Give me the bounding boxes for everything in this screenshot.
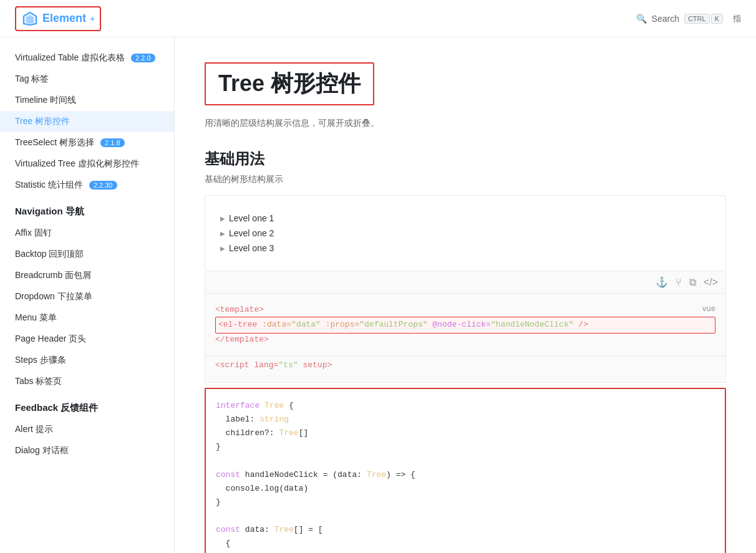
code-interface-line: interface Tree { <box>216 399 715 413</box>
code-children-line: children?: Tree[] <box>216 426 715 440</box>
code-label-line: label: string <box>216 413 715 426</box>
page-description: 用清晰的层级结构展示信息，可展开或折叠。 <box>205 118 726 129</box>
search-label: Search <box>652 14 679 24</box>
tree-arrow-icon-3: ▶ <box>220 245 225 252</box>
logo-text: Element <box>42 12 86 25</box>
header-right: 🔍 Search CTRL K 指 <box>636 13 741 24</box>
sidebar-item-menu[interactable]: Menu 菜单 <box>0 307 174 329</box>
layout: Virtualized Table 虚拟化表格 2.2.0 Tag 标签 Tim… <box>0 37 756 553</box>
sidebar-item-dialog[interactable]: Dialog 对话框 <box>0 440 174 461</box>
sidebar-group-data: Virtualized Table 虚拟化表格 2.2.0 Tag 标签 Tim… <box>0 47 174 196</box>
sidebar-item-tree[interactable]: Tree 树形控件 <box>0 111 174 132</box>
vue-badge: vue <box>702 304 715 315</box>
tree-label-1: Level one 1 <box>229 213 274 223</box>
section-subtitle-basic: 基础的树形结构展示 <box>205 174 726 185</box>
sidebar: Virtualized Table 虚拟化表格 2.2.0 Tag 标签 Tim… <box>0 37 175 553</box>
code-template-open: <template> <box>215 304 715 317</box>
sidebar-item-affix[interactable]: Affix 固钉 <box>0 223 174 244</box>
tree-item-2[interactable]: ▶ Level one 2 <box>220 226 710 241</box>
sidebar-group-navigation: Affix 固钉 Backtop 回到顶部 Breadcrumb 面包屑 Dro… <box>0 223 174 392</box>
sidebar-item-dropdown[interactable]: Dropdown 下拉菜单 <box>0 286 174 307</box>
code-el-tree-line: <el-tree :data="data" :props="defaultPro… <box>215 317 715 334</box>
toolbar-icon-link[interactable]: ⚓ <box>656 276 668 288</box>
sidebar-item-treeselect[interactable]: TreeSelect 树形选择 2.1.8 <box>0 132 174 153</box>
sidebar-group-feedback: Alert 提示 Dialog 对话框 <box>0 419 174 461</box>
page-title: Tree 树形控件 <box>218 69 361 99</box>
element-logo-icon <box>21 10 39 27</box>
sidebar-item-timeline[interactable]: Timeline 时间线 <box>0 90 174 111</box>
code-func-close: } <box>216 496 715 509</box>
search-icon: 🔍 <box>636 14 647 24</box>
logo[interactable]: Element+ <box>15 6 101 31</box>
code-block-script-body: interface Tree { label: string children?… <box>205 388 726 553</box>
sidebar-item-breadcrumb[interactable]: Breadcrumb 面包屑 <box>0 265 174 286</box>
sidebar-item-virtualized-tree[interactable]: Virtualized Tree 虚拟化树形控件 <box>0 153 174 175</box>
sidebar-item-alert[interactable]: Alert 提示 <box>0 419 174 440</box>
tree-label-3: Level one 3 <box>229 243 274 253</box>
toolbar-icon-copy[interactable]: ⧉ <box>689 277 696 288</box>
code-block-script-header: <script lang="ts" setup> <box>205 357 726 383</box>
tree-label-2: Level one 2 <box>229 228 274 238</box>
kbd-k: K <box>711 14 723 24</box>
sidebar-item-tabs[interactable]: Tabs 标签页 <box>0 371 174 392</box>
toolbar-icon-code[interactable]: </> <box>704 277 718 288</box>
sidebar-item-pageheader[interactable]: Page Header 页头 <box>0 329 174 350</box>
code-label-value: label: 'Level one 1', <box>216 551 715 553</box>
kbd-ctrl: CTRL <box>684 14 710 24</box>
header: Element+ 🔍 Search CTRL K 指 <box>0 0 756 37</box>
code-el-tree-highlight: <el-tree :data="data" :props="defaultPro… <box>215 317 715 334</box>
code-toolbar: ⚓ ⑂ ⧉ </> <box>205 271 726 294</box>
sidebar-section-navigation: Navigation 导航 <box>0 196 174 223</box>
code-handleclick-line: const handleNodeClick = (data: Tree) => … <box>216 468 715 482</box>
code-arr-open: { <box>216 537 715 551</box>
sidebar-item-backtop[interactable]: Backtop 回到顶部 <box>0 244 174 265</box>
logo-plus: + <box>90 14 95 24</box>
code-console-line: console.log(data) <box>216 482 715 496</box>
code-blank1 <box>216 454 715 468</box>
sidebar-section-feedback: Feedback 反馈组件 <box>0 392 174 419</box>
tree-item-3[interactable]: ▶ Level one 3 <box>220 241 710 256</box>
tree-item-1[interactable]: ▶ Level one 1 <box>220 211 710 226</box>
main-content: Tree 树形控件 用清晰的层级结构展示信息，可展开或折叠。 基础用法 基础的树… <box>175 37 756 553</box>
code-data-line: const data: Tree[] = [ <box>216 523 715 537</box>
search-kbd: CTRL K <box>684 14 723 24</box>
sidebar-item-statistic[interactable]: Statistic 统计组件 2.2.30 <box>0 175 174 196</box>
code-script-open-tag: <script lang="ts" setup> <box>215 360 332 370</box>
code-interface-close: } <box>216 440 715 454</box>
search-bar[interactable]: 🔍 Search CTRL K <box>636 14 723 24</box>
code-block-template: vue <template> <el-tree :data="data" :pr… <box>205 294 726 357</box>
toolbar-icon-fork[interactable]: ⑂ <box>676 277 682 288</box>
sidebar-item-virtualized-table[interactable]: Virtualized Table 虚拟化表格 2.2.0 <box>0 47 174 69</box>
section-title-basic: 基础用法 <box>205 149 726 169</box>
demo-box-tree: ▶ Level one 1 ▶ Level one 2 ▶ Level one … <box>205 195 726 271</box>
code-template-close: </template> <box>215 334 715 347</box>
tree-arrow-icon-2: ▶ <box>220 230 225 237</box>
tree-arrow-icon-1: ▶ <box>220 215 225 222</box>
sidebar-item-steps[interactable]: Steps 步骤条 <box>0 350 174 371</box>
page-title-box: Tree 树形控件 <box>205 62 374 105</box>
sidebar-item-tag[interactable]: Tag 标签 <box>0 69 174 90</box>
code-blank2 <box>216 509 715 523</box>
header-extra: 指 <box>733 13 741 24</box>
